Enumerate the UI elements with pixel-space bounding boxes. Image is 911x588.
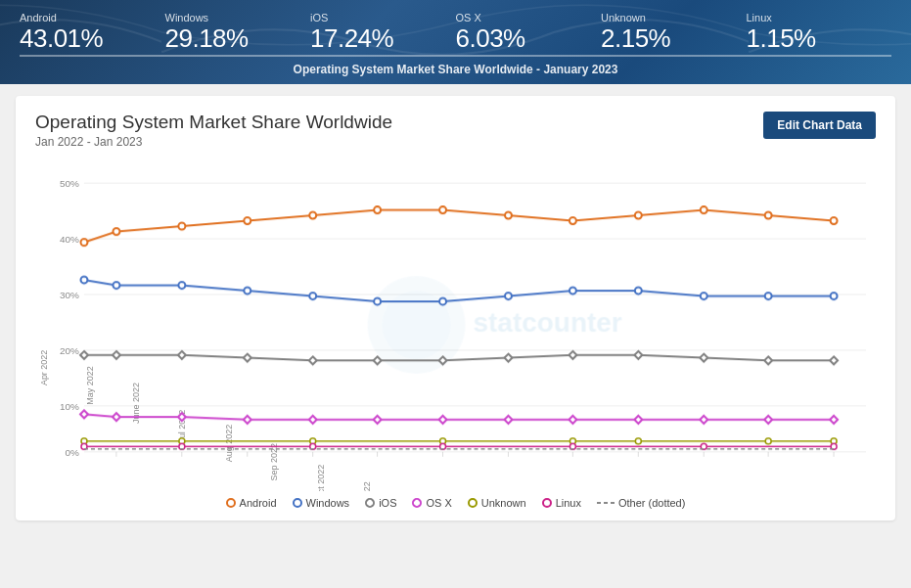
svg-point-46 — [505, 212, 512, 219]
chart-title: Operating System Market Share Worldwide — [35, 112, 392, 133]
svg-text:May 2022: May 2022 — [85, 366, 95, 404]
svg-marker-84 — [439, 416, 447, 424]
svg-marker-70 — [374, 356, 382, 364]
legend-ios-label: iOS — [379, 497, 396, 509]
chart-area: 50% 40% 30% 20% 10% 0% Feb 2022 Mar 2022… — [35, 158, 876, 491]
svg-point-57 — [374, 298, 381, 305]
svg-point-39 — [80, 239, 87, 246]
stat-osx: OS X 6.03% — [456, 12, 602, 57]
stats-row: Android 43.01% Windows 29.18% iOS 17.24%… — [20, 12, 891, 57]
svg-marker-85 — [504, 416, 512, 424]
svg-point-58 — [439, 298, 446, 305]
chart-date-range: Jan 2022 - Jan 2023 — [35, 135, 392, 149]
legend-android-label: Android — [240, 497, 277, 509]
stat-android: Android 43.01% — [20, 12, 165, 57]
stat-unknown-label: Unknown — [601, 12, 737, 23]
svg-text:Nov 2022: Nov 2022 — [362, 481, 372, 491]
svg-text:Aug 2022: Aug 2022 — [224, 425, 234, 462]
svg-marker-69 — [309, 356, 317, 364]
svg-point-51 — [831, 217, 838, 224]
svg-marker-72 — [504, 354, 512, 362]
svg-point-53 — [113, 282, 119, 289]
stat-ios-value: 17.24% — [310, 25, 446, 51]
svg-text:40%: 40% — [60, 234, 79, 245]
svg-point-61 — [635, 288, 642, 294]
legend-ios-icon — [363, 496, 377, 510]
svg-point-63 — [765, 293, 772, 299]
svg-marker-76 — [764, 356, 772, 364]
svg-text:20%: 20% — [60, 345, 79, 356]
stat-unknown-value: 2.15% — [601, 25, 737, 51]
svg-point-52 — [80, 277, 87, 284]
legend-ios: iOS — [365, 497, 396, 509]
legend-windows: Windows — [293, 497, 350, 509]
legend-android: Android — [226, 497, 277, 509]
svg-marker-66 — [113, 351, 120, 359]
svg-marker-86 — [569, 416, 576, 424]
svg-marker-87 — [634, 416, 642, 424]
svg-point-59 — [505, 293, 512, 299]
svg-point-54 — [178, 282, 185, 289]
svg-point-50 — [765, 212, 772, 219]
legend-unknown-icon — [468, 498, 478, 508]
svg-marker-82 — [309, 416, 317, 424]
svg-marker-83 — [374, 416, 382, 424]
stat-android-value: 43.01% — [20, 25, 156, 51]
legend-unknown-label: Unknown — [481, 497, 526, 509]
stat-linux-label: Linux — [747, 12, 883, 23]
svg-point-62 — [701, 293, 707, 299]
chart-card: Operating System Market Share Worldwide … — [16, 96, 895, 520]
svg-marker-88 — [700, 416, 707, 424]
svg-marker-73 — [569, 351, 576, 359]
svg-point-64 — [831, 293, 838, 299]
legend-unknown: Unknown — [468, 497, 526, 509]
svg-point-60 — [569, 288, 576, 294]
chart-svg: 50% 40% 30% 20% 10% 0% Feb 2022 Mar 2022… — [35, 158, 876, 491]
legend-osx-icon — [410, 496, 424, 510]
svg-point-97 — [765, 438, 771, 444]
svg-point-55 — [244, 288, 251, 294]
stat-windows-label: Windows — [165, 12, 301, 23]
svg-marker-79 — [113, 413, 120, 421]
header-subtitle: Operating System Market Share Worldwide … — [20, 63, 891, 76]
stat-windows-value: 29.18% — [165, 25, 301, 51]
stat-osx-value: 6.03% — [456, 25, 592, 51]
svg-marker-81 — [244, 416, 251, 424]
svg-marker-65 — [80, 351, 88, 359]
chart-legend: Android Windows iOS OS X Unknown Linux O… — [35, 497, 876, 509]
svg-point-47 — [569, 217, 576, 224]
svg-point-48 — [635, 212, 642, 219]
stat-windows: Windows 29.18% — [165, 12, 311, 57]
svg-marker-78 — [80, 410, 88, 418]
svg-text:Apr 2022: Apr 2022 — [39, 350, 49, 385]
chart-header: Operating System Market Share Worldwide … — [35, 112, 876, 149]
legend-other-icon — [597, 502, 615, 504]
svg-point-45 — [439, 206, 446, 213]
svg-marker-75 — [700, 354, 707, 362]
svg-point-44 — [374, 206, 381, 213]
svg-text:Oct 2022: Oct 2022 — [316, 465, 326, 491]
svg-point-56 — [309, 293, 316, 299]
svg-point-49 — [701, 206, 707, 213]
legend-windows-label: Windows — [306, 497, 350, 509]
svg-marker-77 — [830, 356, 838, 364]
legend-osx-label: OS X — [426, 497, 451, 509]
chart-title-block: Operating System Market Share Worldwide … — [35, 112, 392, 149]
svg-marker-90 — [830, 416, 838, 424]
svg-point-96 — [635, 438, 641, 444]
svg-marker-74 — [634, 351, 642, 359]
stat-android-label: Android — [20, 12, 156, 23]
svg-point-42 — [244, 217, 251, 224]
header: Android 43.01% Windows 29.18% iOS 17.24%… — [0, 0, 911, 84]
legend-android-icon — [226, 498, 236, 508]
stat-unknown: Unknown 2.15% — [601, 12, 747, 57]
svg-marker-68 — [244, 354, 251, 362]
stat-linux-value: 1.15% — [747, 25, 883, 51]
edit-chart-data-button[interactable]: Edit Chart Data — [763, 112, 876, 139]
legend-windows-icon — [293, 498, 302, 508]
svg-text:0%: 0% — [66, 447, 80, 458]
legend-other-label: Other (dotted) — [618, 497, 685, 509]
stat-linux: Linux 1.15% — [747, 12, 892, 57]
stat-osx-label: OS X — [456, 12, 592, 23]
svg-point-41 — [178, 223, 185, 230]
